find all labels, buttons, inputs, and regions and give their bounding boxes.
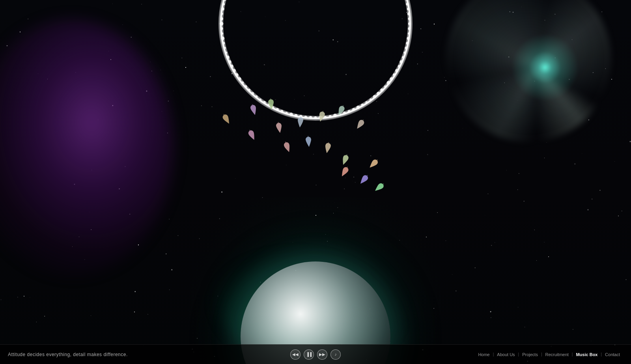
- star: [426, 237, 427, 237]
- svg-point-44: [390, 77, 393, 80]
- svg-point-36: [406, 42, 409, 45]
- star: [185, 67, 186, 68]
- star: [536, 260, 537, 261]
- star: [446, 241, 446, 241]
- svg-point-34: [408, 32, 410, 35]
- star: [572, 39, 572, 40]
- svg-point-46: [384, 86, 386, 88]
- svg-point-45: [387, 81, 390, 84]
- svg-line-127: [301, 116, 301, 118]
- svg-point-41: [398, 65, 401, 68]
- svg-point-62: [314, 116, 317, 119]
- svg-point-50: [370, 99, 372, 101]
- svg-point-28: [406, 3, 409, 6]
- svg-point-86: [225, 52, 228, 54]
- svg-point-66: [295, 114, 298, 117]
- svg-point-33: [408, 27, 411, 30]
- nav-link-about-us[interactable]: About Us: [494, 352, 518, 357]
- svg-point-35: [407, 37, 409, 40]
- star: [611, 79, 612, 80]
- svg-point-88: [222, 42, 225, 44]
- scene: StillYoung³³ Attitude decides everything…: [0, 0, 631, 364]
- star: [548, 256, 549, 257]
- svg-point-94: [221, 13, 223, 15]
- star: [513, 12, 513, 13]
- star: [47, 79, 48, 79]
- comet-5: [297, 116, 301, 124]
- svg-point-32: [408, 22, 411, 25]
- svg-point-95: [221, 7, 224, 11]
- svg-point-40: [400, 60, 403, 63]
- svg-point-53: [357, 106, 360, 109]
- svg-point-52: [361, 104, 364, 106]
- nav-link-recruitment[interactable]: Recruitment: [542, 352, 572, 357]
- svg-point-37: [405, 47, 407, 49]
- star: [544, 158, 545, 158]
- svg-point-64: [304, 116, 307, 118]
- galaxy-spiral: [446, 0, 611, 142]
- star: [20, 32, 21, 32]
- svg-point-67: [289, 113, 293, 116]
- svg-point-48: [377, 92, 380, 95]
- comet-10: [305, 136, 309, 144]
- svg-point-31: [408, 17, 411, 20]
- svg-line-126: [278, 121, 278, 123]
- svg-point-81: [235, 73, 238, 76]
- star: [134, 312, 135, 312]
- svg-point-39: [402, 56, 404, 58]
- nav-link-contact[interactable]: Contact: [602, 352, 623, 357]
- star: [79, 237, 79, 237]
- star: [138, 245, 139, 245]
- svg-point-76: [251, 92, 254, 95]
- nav-links: Home|About Us|Projects|Recruitment|Music…: [475, 352, 623, 357]
- svg-point-59: [329, 115, 332, 118]
- svg-point-43: [393, 73, 396, 76]
- star: [110, 59, 111, 60]
- svg-point-38: [403, 51, 406, 54]
- svg-point-93: [220, 17, 224, 21]
- svg-line-132: [308, 136, 308, 137]
- volume-button[interactable]: ♪: [330, 349, 341, 360]
- star: [316, 215, 316, 216]
- svg-point-83: [230, 65, 233, 68]
- svg-point-30: [407, 12, 411, 15]
- svg-point-54: [352, 108, 355, 111]
- nav-link-projects[interactable]: Projects: [519, 352, 541, 357]
- svg-point-74: [259, 99, 261, 101]
- svg-point-47: [380, 88, 383, 91]
- svg-point-96: [222, 3, 225, 6]
- star: [91, 315, 91, 316]
- comet-2: [268, 99, 271, 106]
- disc-container: StillYoung³³ Attitude decides everything…: [213, 0, 418, 87]
- svg-point-73: [263, 101, 266, 104]
- svg-point-55: [348, 110, 351, 113]
- svg-point-80: [238, 77, 241, 80]
- svg-point-87: [224, 47, 226, 49]
- prev-button[interactable]: ◀◀: [290, 349, 301, 360]
- svg-line-124: [271, 98, 271, 99]
- tagline: Attitude decides everything, detail make…: [8, 352, 128, 357]
- disc-svg: [213, 0, 418, 126]
- svg-point-89: [221, 37, 225, 40]
- svg-point-92: [220, 22, 224, 26]
- svg-point-82: [233, 69, 236, 72]
- svg-point-70: [276, 108, 279, 111]
- nav-link-music-box[interactable]: Music Box: [573, 352, 601, 357]
- svg-point-49: [373, 95, 376, 98]
- svg-point-68: [286, 112, 288, 114]
- pause-button[interactable]: ▐▐: [304, 349, 314, 360]
- bottom-bar: Attitude decides everything, detail make…: [0, 344, 631, 364]
- svg-point-29: [407, 8, 410, 11]
- svg-point-84: [228, 60, 231, 63]
- galaxy-right: [446, 0, 611, 142]
- next-button[interactable]: ▶▶: [317, 349, 327, 360]
- star: [162, 20, 162, 20]
- svg-line-133: [329, 142, 329, 143]
- comet-11: [325, 142, 329, 149]
- svg-point-90: [221, 32, 223, 35]
- nav-link-home[interactable]: Home: [475, 352, 493, 357]
- svg-point-75: [255, 95, 258, 98]
- svg-point-51: [366, 101, 368, 104]
- svg-point-69: [280, 110, 283, 113]
- svg-point-1: [221, 0, 410, 118]
